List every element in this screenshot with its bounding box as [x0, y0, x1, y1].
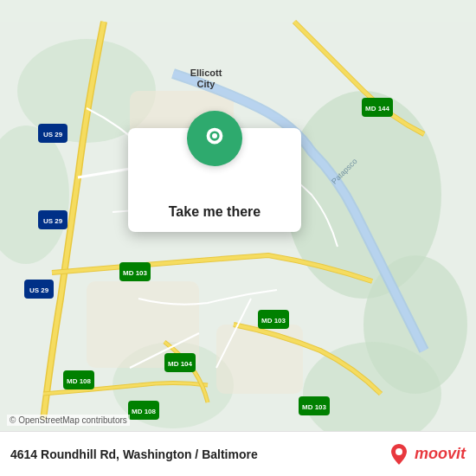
- svg-text:MD 103: MD 103: [302, 403, 327, 411]
- svg-point-35: [396, 448, 402, 455]
- moovit-logo-icon: [387, 442, 411, 466]
- svg-text:MD 108: MD 108: [132, 408, 157, 415]
- take-me-there-button-label: Take me there: [169, 204, 261, 220]
- address-label: 4614 Roundhill Rd, Washington / Baltimor…: [10, 447, 258, 461]
- take-me-there-card[interactable]: Take me there: [128, 128, 301, 232]
- moovit-brand-name: moovit: [415, 445, 466, 463]
- svg-point-34: [212, 133, 217, 138]
- svg-text:City: City: [197, 79, 216, 89]
- svg-text:US 29: US 29: [43, 217, 63, 225]
- copyright-content: © OpenStreetMap contributors: [10, 415, 127, 425]
- copyright-text: © OpenStreetMap contributors: [7, 415, 130, 426]
- svg-text:US 29: US 29: [43, 131, 63, 138]
- location-pin-circle: [187, 111, 242, 166]
- location-pin-icon: [199, 123, 230, 154]
- moovit-logo: moovit: [387, 442, 466, 466]
- svg-rect-9: [216, 325, 303, 394]
- svg-text:Ellicott: Ellicott: [190, 68, 222, 78]
- svg-text:MD 144: MD 144: [365, 105, 390, 113]
- map-background: US 29 US 29 US 29 MD 103 MD 103 MD 103 M…: [0, 0, 476, 476]
- svg-text:MD 108: MD 108: [67, 377, 92, 385]
- svg-point-6: [303, 342, 441, 446]
- svg-text:US 29: US 29: [29, 286, 49, 294]
- map-container: US 29 US 29 US 29 MD 103 MD 103 MD 103 M…: [0, 0, 476, 476]
- bottom-bar: 4614 Roundhill Rd, Washington / Baltimor…: [0, 431, 476, 476]
- svg-text:MD 103: MD 103: [123, 269, 148, 277]
- svg-text:MD 103: MD 103: [261, 317, 286, 325]
- svg-text:MD 104: MD 104: [168, 360, 193, 368]
